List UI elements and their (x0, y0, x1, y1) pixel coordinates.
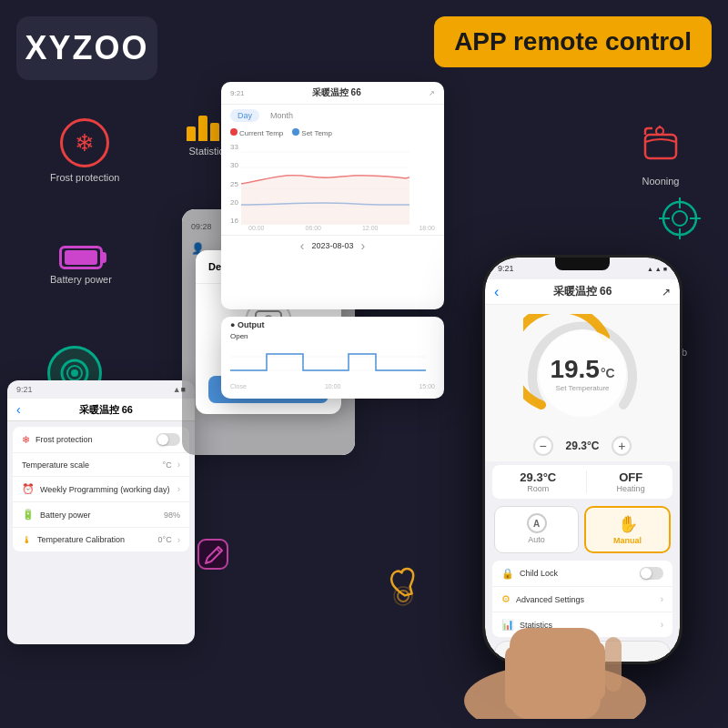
temp-dial-area: 19.5 °C Set Temperature − 29.3°C + (485, 305, 680, 461)
tempscale-value: °C (163, 460, 172, 470)
svg-rect-40 (587, 642, 605, 701)
back-btn[interactable]: ‹ (494, 284, 499, 300)
chart-tab-day[interactable]: Day (230, 109, 259, 122)
main-phone-title: 采暖温控 66 (553, 284, 612, 299)
room-temp: 29.3°C (520, 470, 556, 484)
svg-point-11 (672, 211, 687, 226)
settings-title: 采暖温控 66 (26, 403, 186, 417)
heating-label: Heating (617, 484, 645, 493)
chart-time: 9:21 (230, 89, 245, 97)
settings-screenshot: 9:21 ▲■ ‹ 采暖温控 66 ❄ Frost protection Tem… (7, 380, 195, 644)
tempcalib-setting-icon: 🌡 (22, 534, 32, 545)
temp-minus-btn[interactable]: − (533, 436, 553, 456)
frost-label: Frost protection (50, 172, 119, 183)
dial-center: 19.5 °C Set Temperature (550, 355, 614, 392)
logo-box: XYZOO (16, 16, 157, 80)
svg-rect-39 (505, 646, 523, 710)
svg-rect-7 (645, 135, 676, 158)
dial-controls: − 29.3°C + (533, 436, 632, 456)
chart-screenshot: 9:21 采暖温控 66 ↗ Day Month Current Temp Se… (221, 82, 444, 309)
frost-setting-icon: ❄ (22, 434, 30, 446)
tempscale-label: Temperature scale (22, 460, 157, 470)
frost-setting-label: Frost protection (35, 435, 151, 444)
chart-output-screenshot: ● Output Open Close 10:0015:00 (221, 317, 444, 399)
hand-svg (437, 537, 673, 719)
output-chart-svg (230, 343, 426, 379)
chart-legend-set: Set Temp (292, 128, 332, 137)
main-phone-time: 9:21 (498, 264, 514, 273)
nooning-icon (634, 118, 687, 171)
heating-info: OFF Heating (617, 470, 645, 493)
main-phone-header: ‹ 采暖温控 66 ↗ (485, 279, 680, 305)
tempcalib-arrow: › (177, 535, 180, 545)
temperature-chart-svg (241, 143, 410, 225)
settings-tempcalib: 🌡 Temperature Calibration 0°C › (13, 528, 189, 551)
battery-icon (59, 246, 103, 269)
tempcalib-value: 0°C (158, 535, 172, 544)
weekly-label: Weekly Programming (working day) (40, 485, 172, 494)
temp-dial: 19.5 °C Set Temperature (523, 314, 642, 432)
chart-title: 采暖温控 66 (312, 86, 361, 99)
chart-legend-current: Current Temp (230, 128, 283, 137)
room-heating-bar: 29.3°C Room OFF Heating (492, 465, 672, 499)
svg-rect-42 (198, 540, 228, 569)
feature-nooning: Nooning (634, 118, 687, 187)
svg-rect-41 (605, 637, 622, 692)
output-value: Open (230, 332, 435, 340)
app-remote-text: APP remote control (454, 27, 692, 56)
frost-icon: ❄ (60, 118, 109, 167)
brand-name: XYZOO (25, 29, 148, 67)
feature-frost: ❄ Frost protection (50, 118, 119, 183)
main-phone-statusbar: 9:21 ▲ ▲ ■ (485, 258, 680, 279)
chart-tab-month[interactable]: Month (265, 109, 298, 122)
pencil-icon (193, 534, 233, 574)
battery-setting-icon: 🔋 (22, 509, 35, 521)
share-icon[interactable]: ↗ (662, 286, 671, 298)
heating-status: OFF (619, 470, 642, 484)
battery-label: Battery power (50, 274, 112, 285)
settings-time: 9:21 (16, 385, 33, 394)
nooning-label: Nooning (642, 176, 680, 187)
manual-icon: ✋ (618, 514, 638, 534)
room-label: Room (527, 484, 549, 493)
settings-frost: ❄ Frost protection (13, 427, 189, 453)
battery-value: 98% (164, 511, 180, 520)
temp-plus-btn[interactable]: + (612, 436, 632, 456)
status-icons: ▲ ▲ ■ (647, 266, 667, 272)
feature-battery: Battery power (50, 246, 112, 285)
settings-tempscale: Temperature scale °C › (13, 453, 189, 477)
settings-battery: 🔋 Battery power 98% (13, 502, 189, 528)
output-label: ● Output (230, 320, 435, 329)
dial-temp: 19.5 (550, 355, 600, 384)
dial-unit: °C (601, 366, 615, 380)
divider (586, 470, 587, 493)
tempcalib-setting-label: Temperature Calibration (37, 535, 153, 544)
app-remote-banner: APP remote control (434, 16, 712, 67)
battery-setting-label: Battery power (40, 511, 158, 520)
edit-icon-decoration (193, 534, 233, 578)
auto-icon: A (527, 513, 547, 533)
chart-next[interactable]: › (361, 238, 366, 253)
settings-weekly[interactable]: ⏰ Weekly Programming (working day) › (13, 477, 189, 502)
dial-set-label: Set Temperature (556, 384, 610, 392)
weekly-icon: ⏰ (22, 483, 35, 495)
frost-toggle[interactable] (157, 433, 180, 446)
weekly-arrow: › (177, 484, 180, 494)
phone-notch (555, 258, 610, 270)
chart-prev[interactable]: ‹ (300, 238, 305, 253)
room-info: 29.3°C Room (520, 470, 556, 493)
main-phone: 9:21 ▲ ▲ ■ ‹ 采暖温控 66 ↗ (464, 228, 701, 710)
svg-point-2 (71, 369, 78, 377)
chart-date: 2023-08-03 (311, 241, 353, 250)
dial-set-temp: 29.3°C (566, 440, 600, 452)
tempscale-arrow: › (177, 460, 180, 470)
settings-back[interactable]: ‹ (16, 402, 21, 417)
